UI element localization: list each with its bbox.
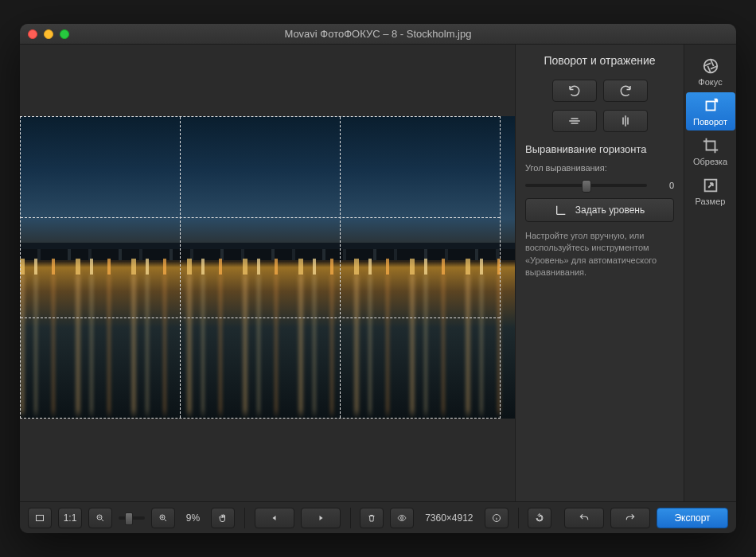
aperture-icon bbox=[702, 57, 719, 75]
prev-button[interactable] bbox=[255, 508, 294, 528]
angle-slider-row: 0 bbox=[525, 181, 674, 190]
rail-label: Обрезка bbox=[693, 157, 727, 166]
canvas-column bbox=[20, 45, 515, 501]
export-label: Экспорт bbox=[674, 512, 710, 524]
next-button[interactable] bbox=[301, 508, 341, 528]
svg-point-0 bbox=[703, 59, 717, 72]
reset-button[interactable] bbox=[528, 508, 551, 528]
close-window-button[interactable] bbox=[28, 29, 37, 39]
rail-item-resize[interactable]: Размер bbox=[686, 172, 735, 210]
angle-label: Угол выравнивания: bbox=[525, 163, 674, 173]
flip-vertical-icon bbox=[567, 114, 582, 128]
window-title: Movavi ФотоФОКУС – 8 - Stockholm.jpg bbox=[20, 28, 736, 40]
rail-label: Поворот bbox=[693, 117, 727, 127]
set-level-button[interactable]: Задать уровень bbox=[525, 198, 674, 222]
zoom-percent: 9% bbox=[181, 512, 205, 524]
panel-title-rotate: Поворот и отражение bbox=[525, 54, 674, 67]
tool-rail: Фокус Поворот Обрезка Размер bbox=[684, 45, 736, 501]
next-icon bbox=[316, 513, 325, 523]
canvas-area[interactable] bbox=[20, 45, 515, 501]
undo-button[interactable] bbox=[564, 508, 604, 528]
svg-rect-1 bbox=[706, 101, 715, 110]
actual-size-label: 1:1 bbox=[64, 512, 77, 524]
bottom-bar: 1:1 9% 7360×4912 bbox=[20, 501, 736, 533]
angle-slider[interactable] bbox=[525, 184, 647, 187]
zoom-slider[interactable] bbox=[119, 516, 145, 520]
photo-decoration bbox=[20, 259, 515, 275]
eye-icon bbox=[397, 512, 407, 524]
zoom-out-button[interactable] bbox=[88, 508, 112, 528]
compare-button[interactable] bbox=[390, 508, 414, 528]
app-body: Поворот и отражение Выравнивание горизон… bbox=[20, 45, 736, 501]
panel-title-straighten: Выравнивание горизонта bbox=[525, 143, 674, 155]
svg-point-6 bbox=[401, 516, 403, 519]
redo-icon bbox=[625, 512, 636, 524]
reset-icon bbox=[535, 512, 544, 524]
undo-icon bbox=[579, 512, 590, 524]
app-window: Movavi ФотоФОКУС – 8 - Stockholm.jpg bbox=[20, 24, 736, 533]
resize-icon bbox=[702, 177, 719, 194]
photo-decoration bbox=[20, 274, 515, 414]
rotate-left-button[interactable] bbox=[552, 80, 597, 102]
rotate-buttons-row bbox=[525, 80, 674, 102]
rail-item-crop[interactable]: Обрезка bbox=[686, 132, 735, 170]
minimize-window-button[interactable] bbox=[44, 29, 53, 39]
prev-icon bbox=[270, 513, 279, 523]
export-button[interactable]: Экспорт bbox=[657, 508, 728, 528]
rail-label: Фокус bbox=[698, 77, 722, 87]
side-panel: Поворот и отражение Выравнивание горизон… bbox=[515, 45, 684, 501]
info-icon bbox=[492, 512, 501, 524]
info-button[interactable] bbox=[485, 508, 509, 528]
flip-vertical-button[interactable] bbox=[552, 110, 597, 132]
zoom-in-button[interactable] bbox=[151, 508, 175, 528]
flip-buttons-row bbox=[525, 110, 674, 132]
zoom-in-icon bbox=[158, 512, 168, 524]
rail-item-rotate[interactable]: Поворот bbox=[686, 92, 735, 130]
angle-value: 0 bbox=[653, 181, 674, 190]
straighten-hint: Настройте угол вручную, или воспользуйте… bbox=[525, 230, 674, 279]
maximize-window-button[interactable] bbox=[60, 29, 69, 39]
fit-screen-button[interactable] bbox=[28, 508, 52, 528]
photo-preview bbox=[20, 116, 515, 419]
svg-rect-3 bbox=[37, 515, 44, 520]
redo-button[interactable] bbox=[610, 508, 650, 528]
flip-horizontal-icon bbox=[618, 114, 633, 128]
crop-icon bbox=[702, 137, 719, 154]
delete-button[interactable] bbox=[360, 508, 384, 528]
trash-icon bbox=[367, 512, 376, 524]
zoom-out-icon bbox=[95, 512, 105, 524]
rotate-left-icon bbox=[567, 84, 582, 98]
actual-size-button[interactable]: 1:1 bbox=[58, 508, 82, 528]
titlebar: Movavi ФотоФОКУС – 8 - Stockholm.jpg bbox=[20, 24, 736, 45]
set-level-label: Задать уровень bbox=[575, 204, 645, 216]
hand-icon bbox=[218, 512, 228, 524]
rail-item-focus[interactable]: Фокус bbox=[686, 53, 735, 91]
flip-horizontal-button[interactable] bbox=[603, 110, 648, 132]
rotate-right-button[interactable] bbox=[603, 80, 648, 102]
rail-label: Размер bbox=[696, 197, 726, 206]
level-icon bbox=[555, 204, 567, 216]
rotate-icon bbox=[702, 97, 719, 115]
image-dimensions: 7360×4912 bbox=[420, 512, 477, 524]
fit-screen-icon bbox=[35, 512, 45, 524]
rotate-right-icon bbox=[618, 84, 633, 98]
hand-tool-button[interactable] bbox=[211, 508, 235, 528]
window-controls bbox=[28, 29, 69, 39]
